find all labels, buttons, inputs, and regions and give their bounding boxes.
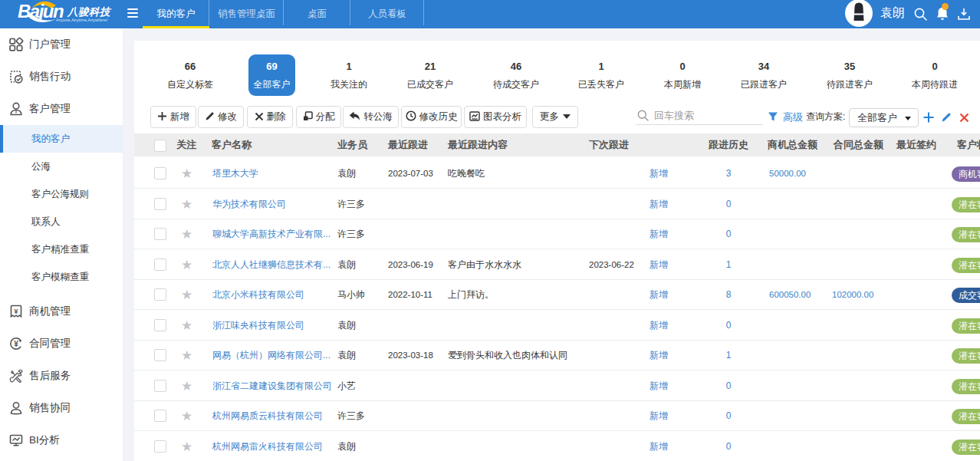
svg-text:¥: ¥ xyxy=(14,340,18,348)
svg-text:¥: ¥ xyxy=(14,307,18,315)
